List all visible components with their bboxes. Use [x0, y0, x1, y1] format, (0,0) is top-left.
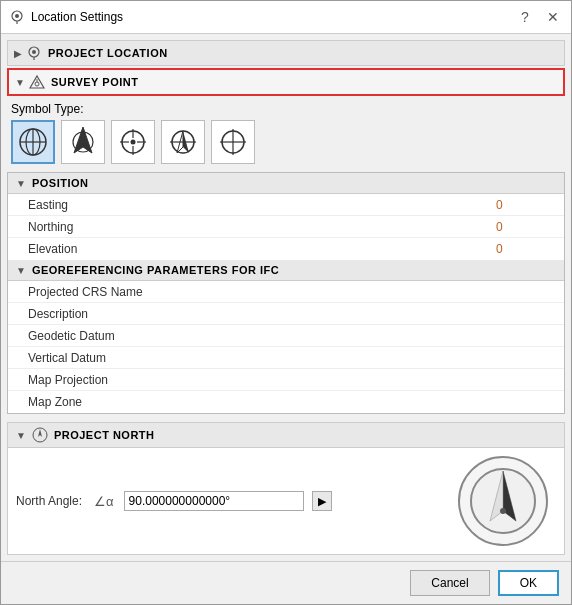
northing-value: 0	[496, 220, 556, 234]
section-position-header[interactable]: ▼ POSITION	[8, 173, 564, 194]
geodetic-label: Geodetic Datum	[28, 329, 496, 343]
title-bar-left: Location Settings	[9, 9, 123, 25]
main-panel: ▼ POSITION Easting 0 Northing 0 Elevatio…	[7, 172, 565, 414]
svg-point-7	[35, 82, 39, 86]
property-crs: Projected CRS Name	[8, 281, 564, 303]
section-project-north-header[interactable]: ▼ PROJECT NORTH	[7, 422, 565, 448]
help-button[interactable]: ?	[515, 7, 535, 27]
zone-label: Map Zone	[28, 395, 496, 409]
close-button[interactable]: ✕	[543, 7, 563, 27]
property-zone: Map Zone	[8, 391, 564, 413]
north-angle-row: North Angle: ∠α ▶	[7, 448, 565, 555]
north-angle-label: North Angle:	[16, 494, 82, 508]
compass-arrow-icon	[468, 466, 538, 536]
symbol-type-label: Symbol Type:	[11, 102, 561, 116]
symbol-type-section: Symbol Type:	[7, 102, 565, 164]
georef-properties: Projected CRS Name Description Geodetic …	[8, 281, 564, 413]
easting-value: 0	[496, 198, 556, 212]
symbol-btn-globe[interactable]	[11, 120, 55, 164]
symbol-row	[11, 120, 561, 164]
northing-label: Northing	[28, 220, 496, 234]
north-angle-input[interactable]	[124, 491, 304, 511]
property-northing: Northing 0	[8, 216, 564, 238]
survey-point-label: SURVEY POINT	[51, 76, 139, 88]
projection-label: Map Projection	[28, 373, 496, 387]
project-location-label: PROJECT LOCATION	[48, 47, 168, 59]
chevron-project-location: ▶	[14, 48, 22, 59]
elevation-label: Elevation	[28, 242, 496, 256]
property-geodetic: Geodetic Datum	[8, 325, 564, 347]
easting-label: Easting	[28, 198, 496, 212]
svg-point-4	[32, 50, 36, 54]
chevron-project-north: ▼	[16, 430, 26, 441]
location-icon	[9, 9, 25, 25]
dialog-content: ▶ PROJECT LOCATION ▼ SURVEY POINT Symbol…	[1, 34, 571, 561]
symbol-crosshair-icon	[116, 125, 150, 159]
symbol-btn-arrow[interactable]	[61, 120, 105, 164]
bottom-bar: Cancel OK	[1, 561, 571, 604]
georef-label: GEOREFERENCING PARAMETERS FOR IFC	[32, 264, 279, 276]
north-angle-next-btn[interactable]: ▶	[312, 491, 332, 511]
section-georef-header[interactable]: ▼ GEOREFERENCING PARAMETERS FOR IFC	[8, 260, 564, 281]
symbol-btn-circle-cross[interactable]	[211, 120, 255, 164]
symbol-circle-cross-icon	[216, 125, 250, 159]
panel-scroll[interactable]: ▼ POSITION Easting 0 Northing 0 Elevatio…	[8, 173, 564, 413]
vertical-label: Vertical Datum	[28, 351, 496, 365]
tree-item-survey-point[interactable]: ▼ SURVEY POINT	[7, 68, 565, 96]
position-properties: Easting 0 Northing 0 Elevation 0	[8, 194, 564, 260]
chevron-georef: ▼	[16, 265, 26, 276]
chevron-survey-point: ▼	[15, 77, 25, 88]
property-vertical: Vertical Datum	[8, 347, 564, 369]
ok-button[interactable]: OK	[498, 570, 559, 596]
position-label: POSITION	[32, 177, 89, 189]
property-easting: Easting 0	[8, 194, 564, 216]
project-location-icon	[26, 45, 42, 61]
symbol-btn-half-arrow[interactable]	[161, 120, 205, 164]
property-description: Description	[8, 303, 564, 325]
north-compass	[458, 456, 548, 546]
property-projection: Map Projection	[8, 369, 564, 391]
description-label: Description	[28, 307, 496, 321]
project-north-icon	[32, 427, 48, 443]
north-angle-icon: ∠α	[94, 494, 114, 509]
cancel-button[interactable]: Cancel	[410, 570, 489, 596]
survey-point-icon	[29, 74, 45, 90]
symbol-half-icon	[166, 125, 200, 159]
chevron-position: ▼	[16, 178, 26, 189]
elevation-value: 0	[496, 242, 556, 256]
window-title: Location Settings	[31, 10, 123, 24]
property-elevation: Elevation 0	[8, 238, 564, 260]
title-bar-controls: ? ✕	[515, 7, 563, 27]
dialog-window: Location Settings ? ✕ ▶ PROJECT LOCATION…	[0, 0, 572, 605]
title-bar: Location Settings ? ✕	[1, 1, 571, 34]
svg-point-20	[131, 140, 136, 145]
symbol-globe-icon	[16, 125, 50, 159]
svg-point-31	[500, 508, 506, 514]
svg-point-1	[15, 14, 19, 18]
tree-item-project-location[interactable]: ▶ PROJECT LOCATION	[7, 40, 565, 66]
svg-marker-27	[38, 429, 42, 437]
crs-label: Projected CRS Name	[28, 285, 496, 299]
symbol-btn-crosshair[interactable]	[111, 120, 155, 164]
project-north-label: PROJECT NORTH	[54, 429, 155, 441]
symbol-arrow-icon	[66, 125, 100, 159]
